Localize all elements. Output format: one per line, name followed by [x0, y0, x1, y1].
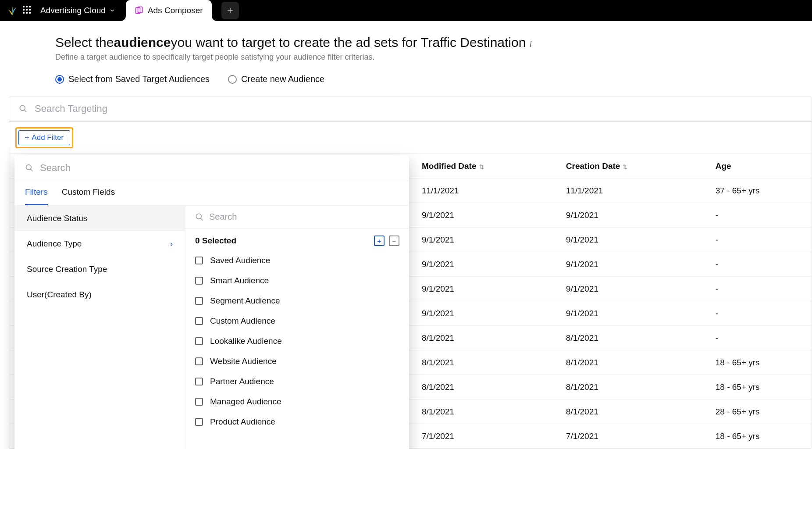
tab-custom-fields[interactable]: Custom Fields	[62, 181, 115, 205]
category-audience-type[interactable]: Audience Type›	[14, 231, 185, 257]
popover-search-input[interactable]	[40, 162, 399, 174]
option-label: Product Audience	[210, 417, 275, 427]
checkbox-icon	[195, 337, 203, 345]
col-created[interactable]: Creation Date⇅	[557, 154, 707, 178]
plus-icon	[226, 6, 235, 15]
option-list: Saved AudienceSmart AudienceSegment Audi…	[185, 250, 409, 436]
cell-created: 8/1/2021	[557, 326, 707, 350]
selection-header: 0 Selected + −	[185, 228, 409, 250]
add-filter-highlight: + Add Filter	[15, 127, 73, 148]
radio-saved-audiences[interactable]: Select from Saved Target Audiences	[55, 74, 210, 84]
title-prefix: Select the	[55, 35, 114, 50]
options-search-input[interactable]	[209, 212, 399, 222]
checkbox-icon	[195, 277, 203, 285]
svg-point-4	[26, 165, 32, 170]
radio-label: Create new Audience	[241, 74, 324, 84]
composer-icon	[135, 6, 143, 15]
audience-source-radios: Select from Saved Target Audiences Creat…	[0, 68, 812, 84]
selection-actions: + −	[374, 236, 399, 246]
category-user-created-by[interactable]: User(Created By)	[14, 282, 185, 307]
title-bold: audience	[114, 35, 171, 50]
checkbox-icon	[195, 297, 203, 305]
sort-icon: ⇅	[623, 164, 627, 170]
page-subtitle: Define a target audience to specifically…	[55, 53, 812, 62]
plus-icon: +	[25, 134, 29, 142]
info-icon[interactable]: i	[529, 39, 532, 49]
filter-popover: Filters Custom Fields Audience Status Au…	[14, 155, 409, 449]
cell-created: 9/1/2021	[557, 228, 707, 252]
tab-ads-composer[interactable]: Ads Composer	[126, 0, 212, 21]
filter-bar: + Add Filter	[9, 122, 812, 154]
cell-created: 9/1/2021	[557, 277, 707, 301]
filter-option[interactable]: Smart Audience	[195, 271, 399, 291]
option-label: Segment Audience	[210, 296, 280, 306]
radio-icon	[228, 75, 237, 84]
cell-modified: 9/1/2021	[413, 301, 557, 326]
sort-icon: ⇅	[479, 164, 484, 170]
popover-tabs: Filters Custom Fields	[14, 181, 409, 206]
radio-create-new[interactable]: Create new Audience	[228, 74, 324, 84]
cell-modified: 8/1/2021	[413, 400, 557, 424]
cell-created: 9/1/2021	[557, 252, 707, 277]
cell-created: 9/1/2021	[557, 203, 707, 228]
cell-age: 28 - 65+ yrs	[707, 400, 812, 424]
search-icon	[25, 164, 34, 172]
cell-age: -	[707, 228, 812, 252]
filter-option[interactable]: Saved Audience	[195, 250, 399, 271]
filter-option[interactable]: Custom Audience	[195, 311, 399, 331]
option-label: Managed Audience	[210, 397, 281, 407]
cell-created: 11/1/2021	[557, 178, 707, 203]
select-all-button[interactable]: +	[374, 236, 385, 246]
cell-modified: 8/1/2021	[413, 350, 557, 375]
option-label: Website Audience	[210, 357, 277, 366]
radio-label: Select from Saved Target Audiences	[68, 74, 210, 84]
category-source-creation[interactable]: Source Creation Type	[14, 257, 185, 282]
svg-point-6	[196, 214, 202, 219]
filter-option[interactable]: Product Audience	[195, 412, 399, 432]
filter-option[interactable]: Lookalike Audience	[195, 331, 399, 351]
brand-dropdown[interactable]: Advertising Cloud	[40, 6, 115, 15]
search-targeting-input[interactable]	[35, 103, 802, 114]
cell-created: 9/1/2021	[557, 301, 707, 326]
cell-age: 18 - 65+ yrs	[707, 375, 812, 400]
cell-created: 7/1/2021	[557, 424, 707, 449]
popover-search-bar	[14, 155, 409, 181]
col-age[interactable]: Age	[707, 154, 812, 178]
svg-point-2	[20, 106, 25, 111]
main-panel: + Add Filter Reach Modified Date⇅ Creati…	[9, 96, 812, 449]
cell-modified: 9/1/2021	[413, 203, 557, 228]
search-icon	[19, 104, 28, 113]
topbar: Advertising Cloud Ads Composer	[0, 0, 812, 21]
cell-age: -	[707, 277, 812, 301]
option-label: Lookalike Audience	[210, 336, 282, 346]
cell-modified: 11/1/2021	[413, 178, 557, 203]
cell-age: 37 - 65+ yrs	[707, 178, 812, 203]
deselect-all-button[interactable]: −	[389, 236, 399, 246]
cell-age: -	[707, 301, 812, 326]
checkbox-icon	[195, 317, 203, 325]
app-launcher-icon[interactable]	[23, 6, 32, 15]
tab-filters[interactable]: Filters	[25, 181, 48, 205]
cell-age: -	[707, 252, 812, 277]
app-logo	[6, 4, 18, 17]
checkbox-icon	[195, 398, 203, 406]
checkbox-icon	[195, 378, 203, 385]
filter-option[interactable]: Partner Audience	[195, 371, 399, 392]
filter-option[interactable]: Website Audience	[195, 351, 399, 371]
cell-created: 8/1/2021	[557, 350, 707, 375]
category-audience-status[interactable]: Audience Status	[14, 206, 185, 231]
new-tab-button[interactable]	[221, 2, 239, 19]
chevron-down-icon	[109, 7, 115, 14]
filter-option[interactable]: Managed Audience	[195, 392, 399, 412]
svg-line-3	[25, 110, 27, 112]
search-targeting-bar	[9, 97, 812, 122]
option-label: Custom Audience	[210, 316, 275, 326]
cell-age: 18 - 65+ yrs	[707, 350, 812, 375]
radio-icon	[55, 75, 64, 84]
add-filter-button[interactable]: + Add Filter	[18, 130, 70, 145]
table-container: Reach Modified Date⇅ Creation Date⇅ Age …	[9, 154, 812, 449]
col-modified[interactable]: Modified Date⇅	[413, 154, 557, 178]
option-label: Smart Audience	[210, 276, 269, 285]
selected-count: 0 Selected	[195, 236, 236, 246]
filter-option[interactable]: Segment Audience	[195, 291, 399, 311]
